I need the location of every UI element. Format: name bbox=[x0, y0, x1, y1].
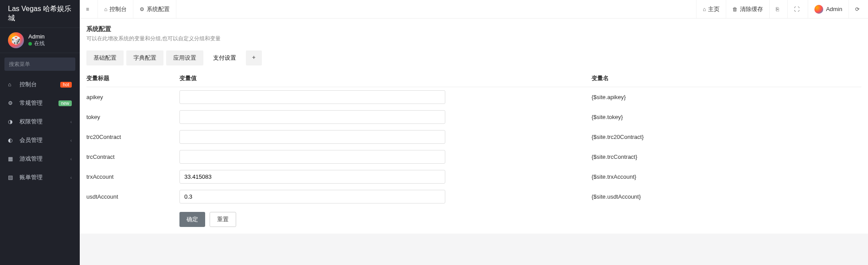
row-varname: {$site.trcContract} bbox=[592, 154, 861, 160]
lock-icon: ◑ bbox=[8, 119, 15, 125]
sidebar-item-label: 游戏管理 bbox=[19, 155, 70, 163]
grid-icon: ▦ bbox=[8, 156, 15, 162]
topbar-right-0[interactable]: ⌂主页 bbox=[696, 0, 726, 18]
row-varname: {$site.apikey} bbox=[592, 94, 861, 100]
chevron-left-icon: ‹ bbox=[70, 157, 72, 161]
table-row: trxAccount{$site.trxAccount} bbox=[86, 167, 861, 187]
avatar-icon: 🎲 bbox=[8, 32, 24, 48]
table-row: trc20Contract{$site.trc20Contract} bbox=[86, 127, 861, 147]
tab-2[interactable]: 应用设置 bbox=[166, 50, 203, 65]
col-value: 变量值 bbox=[179, 74, 592, 82]
sidebar-item-label: 会员管理 bbox=[19, 136, 70, 144]
gear-icon: ⚙ bbox=[8, 100, 15, 106]
tab-add-button[interactable]: + bbox=[246, 50, 262, 65]
sidebar-item-5[interactable]: ▤账单管理‹ bbox=[0, 168, 80, 187]
topbar-right-2[interactable]: ⎘ bbox=[769, 0, 787, 18]
row-title: trcContract bbox=[86, 154, 179, 160]
user-name: Admin bbox=[28, 33, 45, 40]
user-icon: ◐ bbox=[8, 137, 15, 143]
col-title: 变量标题 bbox=[86, 74, 179, 82]
topbar-right-3[interactable]: ⛶ bbox=[787, 0, 808, 18]
topbar-label: 清除缓存 bbox=[740, 5, 763, 13]
tab-1[interactable]: 字典配置 bbox=[126, 50, 163, 65]
topbar-right-1[interactable]: 🗑清除缓存 bbox=[726, 0, 769, 18]
chevron-left-icon: ‹ bbox=[70, 119, 72, 124]
sidebar-item-label: 常规管理 bbox=[19, 99, 58, 107]
row-title: usdtAccount bbox=[86, 193, 179, 200]
row-title: apikey bbox=[86, 94, 179, 100]
sidebar-item-label: 控制台 bbox=[19, 81, 60, 88]
brand: Las Vegas 哈希娱乐城 bbox=[0, 0, 80, 28]
sidebar-item-2[interactable]: ◑权限管理‹ bbox=[0, 112, 80, 131]
trash-icon: 🗑 bbox=[732, 6, 738, 12]
row-varname: {$site.tokey} bbox=[592, 114, 861, 120]
col-name: 变量名 bbox=[592, 74, 861, 82]
row-title: trxAccount bbox=[86, 173, 179, 180]
list-icon: ▤ bbox=[8, 174, 15, 181]
tab-3[interactable]: 支付设置 bbox=[206, 50, 243, 65]
row-value-input[interactable] bbox=[179, 150, 445, 164]
menu-icon: ≡ bbox=[86, 6, 89, 12]
tab-0[interactable]: 基础配置 bbox=[86, 50, 124, 65]
row-title: tokey bbox=[86, 114, 179, 120]
row-value-input[interactable] bbox=[179, 170, 445, 184]
dashboard-icon: ⌂ bbox=[8, 81, 15, 88]
sidebar-item-0[interactable]: ⌂控制台hot bbox=[0, 75, 80, 94]
row-value-input[interactable] bbox=[179, 110, 445, 124]
row-value-input[interactable] bbox=[179, 190, 445, 204]
gear-icon: ⚙ bbox=[140, 6, 144, 12]
home-icon: ⌂ bbox=[703, 6, 706, 12]
row-title: trc20Contract bbox=[86, 134, 179, 140]
sidebar-item-label: 账单管理 bbox=[19, 173, 70, 181]
topbar-label: Admin bbox=[826, 6, 842, 12]
panel-subtitle: 可以在此增改系统的变量和分组,也可以自定义分组和变量 bbox=[86, 35, 861, 42]
search-box: 🔍 bbox=[4, 58, 75, 71]
row-varname: {$site.usdtAccount} bbox=[592, 193, 861, 200]
user-panel: 🎲 Admin 在线 bbox=[0, 28, 80, 53]
topbar-label: 主页 bbox=[708, 5, 720, 13]
sidebar-item-3[interactable]: ◐会员管理‹ bbox=[0, 131, 80, 150]
row-varname: {$site.trc20Contract} bbox=[592, 134, 861, 140]
more-icon: ⟳ bbox=[855, 6, 860, 12]
user-status-text: 在线 bbox=[34, 40, 45, 47]
topbar-label: 控制台 bbox=[109, 5, 127, 13]
topbar-label: 系统配置 bbox=[147, 5, 170, 13]
chevron-left-icon: ‹ bbox=[70, 175, 72, 180]
table-row: tokey{$site.tokey} bbox=[86, 107, 861, 127]
row-varname: {$site.trxAccount} bbox=[592, 173, 861, 180]
expand-icon: ⛶ bbox=[794, 6, 799, 12]
chevron-left-icon: ‹ bbox=[70, 138, 72, 143]
user-status: 在线 bbox=[28, 40, 45, 47]
panel-title: 系统配置 bbox=[86, 25, 861, 33]
ok-button[interactable]: 确定 bbox=[179, 212, 205, 227]
table-header: 变量标题 变量值 变量名 bbox=[86, 70, 861, 87]
book-icon: ⎘ bbox=[776, 6, 779, 12]
sidebar-item-1[interactable]: ⚙常规管理new bbox=[0, 94, 80, 112]
avatar-icon bbox=[814, 5, 823, 14]
dashboard-icon: ⌂ bbox=[104, 6, 107, 12]
table-row: trcContract{$site.trcContract} bbox=[86, 147, 861, 167]
row-value-input[interactable] bbox=[179, 90, 445, 104]
topbar-right-5[interactable]: ⟳ bbox=[849, 0, 868, 18]
table-row: apikey{$site.apikey} bbox=[86, 87, 861, 107]
reset-button[interactable]: 重置 bbox=[210, 212, 236, 227]
topbar-left-0[interactable]: ≡ bbox=[80, 0, 98, 18]
badge: hot bbox=[60, 82, 72, 88]
badge: new bbox=[58, 100, 72, 106]
topbar-right-4[interactable]: Admin bbox=[808, 0, 849, 18]
topbar-left-1[interactable]: ⌂控制台 bbox=[98, 0, 133, 18]
sidebar-item-label: 权限管理 bbox=[19, 118, 70, 126]
table-row: usdtAccount{$site.usdtAccount} bbox=[86, 187, 861, 207]
row-value-input[interactable] bbox=[179, 130, 445, 144]
topbar-left-2[interactable]: ⚙系统配置 bbox=[133, 0, 176, 18]
sidebar-item-4[interactable]: ▦游戏管理‹ bbox=[0, 150, 80, 168]
status-dot-icon bbox=[28, 42, 32, 46]
search-input[interactable] bbox=[4, 58, 80, 71]
